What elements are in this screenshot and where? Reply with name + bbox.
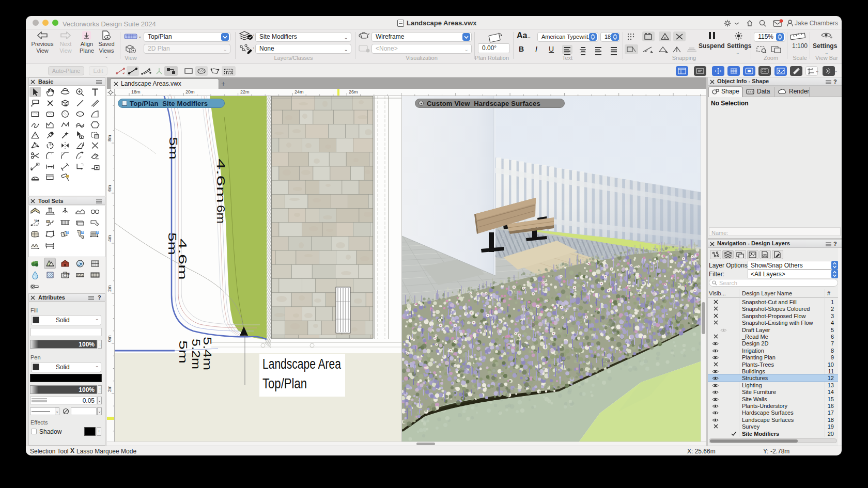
svg-text:⌄: ⌄ (252, 32, 254, 37)
svg-text:6m: 6m (107, 185, 112, 192)
svg-text:⌄: ⌄ (252, 45, 254, 50)
svg-text:0m: 0m (107, 335, 112, 342)
svg-text:5.2m: 5.2m (190, 339, 203, 369)
svg-text:Landscape Area: Landscape Area (262, 356, 342, 372)
svg-text:2m: 2m (107, 285, 112, 292)
svg-text:18m: 18m (131, 89, 141, 95)
svg-text:2m: 2m (107, 385, 112, 392)
svg-text:8m: 8m (107, 135, 112, 141)
svg-text:%: % (34, 219, 37, 223)
svg-text:20m: 20m (185, 89, 195, 95)
svg-text:6m: 6m (214, 205, 227, 224)
svg-text:4m: 4m (107, 235, 112, 242)
svg-text:4.6m: 4.6m (176, 239, 189, 280)
svg-text:26m: 26m (349, 89, 358, 95)
svg-text:5m: 5m (177, 340, 190, 364)
svg-text:Top/Plan: Top/Plan (262, 376, 307, 391)
svg-text:HD: HD (67, 273, 70, 275)
svg-text:24m: 24m (295, 89, 304, 95)
svg-text:5m: 5m (167, 137, 180, 160)
svg-text:4.6m: 4.6m (214, 159, 227, 203)
svg-text:22m: 22m (240, 89, 250, 95)
